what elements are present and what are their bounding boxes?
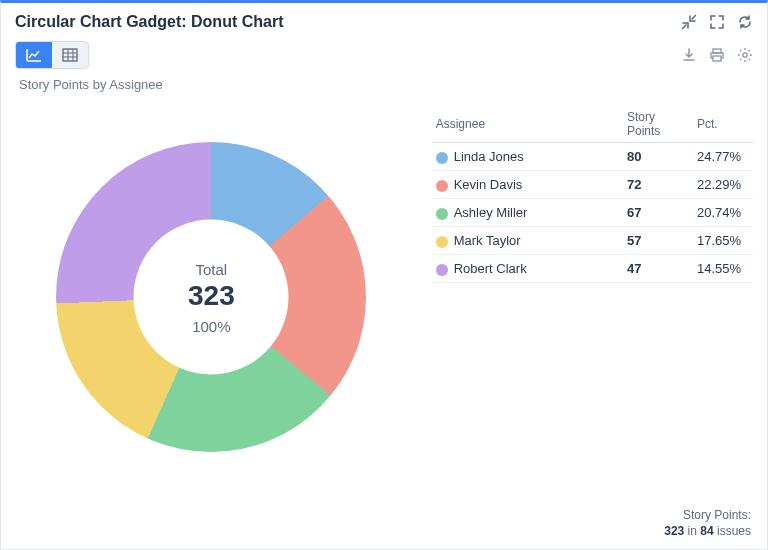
center-label: Total	[196, 260, 228, 277]
center-value: 323	[188, 279, 235, 311]
legend-assignee: Ashley Miller	[432, 199, 623, 227]
footer: Story Points: 323 in 84 issues	[1, 501, 767, 549]
col-points: Story Points	[623, 106, 693, 143]
legend-assignee: Linda Jones	[432, 143, 623, 171]
toolbar-actions	[681, 47, 753, 63]
legend-table: Assignee Story Points Pct. Linda Jones80…	[432, 106, 753, 283]
svg-point-4	[743, 53, 747, 57]
legend-pct: 17.65%	[693, 227, 753, 255]
legend-area: Assignee Story Points Pct. Linda Jones80…	[432, 100, 753, 495]
col-pct: Pct.	[693, 106, 753, 143]
gadget-header: Circular Chart Gadget: Donut Chart	[1, 3, 767, 37]
view-toggle	[15, 41, 89, 69]
footer-metric-label: Story Points:	[17, 507, 751, 523]
table-view-button[interactable]	[52, 42, 88, 68]
legend-value: 67	[623, 199, 693, 227]
donut-center: Total 323 100%	[134, 220, 289, 375]
swatch-icon	[436, 208, 448, 220]
chart-subtitle: Story Points by Assignee	[1, 73, 767, 94]
legend-header-row: Assignee Story Points Pct.	[432, 106, 753, 143]
collapse-icon[interactable]	[681, 14, 697, 30]
swatch-icon	[436, 236, 448, 248]
refresh-icon[interactable]	[737, 14, 753, 30]
fullscreen-icon[interactable]	[709, 14, 725, 30]
legend-pct: 24.77%	[693, 143, 753, 171]
swatch-icon	[436, 264, 448, 276]
legend-assignee: Robert Clark	[432, 255, 623, 283]
footer-in: in	[688, 524, 697, 538]
gear-icon[interactable]	[737, 47, 753, 63]
legend-row[interactable]: Ashley Miller6720.74%	[432, 199, 753, 227]
legend-pct: 22.29%	[693, 171, 753, 199]
svg-rect-3	[713, 56, 721, 61]
gadget-title: Circular Chart Gadget: Donut Chart	[15, 13, 283, 31]
col-assignee: Assignee	[432, 106, 623, 143]
content: Total 323 100% Assignee Story Points Pct…	[1, 94, 767, 501]
swatch-icon	[436, 152, 448, 164]
donut-chart: Total 323 100%	[56, 142, 366, 452]
legend-value: 47	[623, 255, 693, 283]
legend-value: 80	[623, 143, 693, 171]
legend-value: 72	[623, 171, 693, 199]
toolbar	[1, 37, 767, 73]
legend-pct: 20.74%	[693, 199, 753, 227]
chart-area: Total 323 100%	[15, 100, 408, 495]
legend-row[interactable]: Robert Clark4714.55%	[432, 255, 753, 283]
legend-assignee: Kevin Davis	[432, 171, 623, 199]
gadget-panel: Circular Chart Gadget: Donut Chart	[0, 0, 768, 550]
swatch-icon	[436, 180, 448, 192]
legend-assignee: Mark Taylor	[432, 227, 623, 255]
footer-summary: 323 in 84 issues	[17, 523, 751, 539]
footer-issues: 84	[700, 524, 713, 538]
legend-row[interactable]: Kevin Davis7222.29%	[432, 171, 753, 199]
legend-pct: 14.55%	[693, 255, 753, 283]
footer-issues-label: issues	[717, 524, 751, 538]
center-pct: 100%	[192, 317, 230, 334]
svg-rect-0	[63, 49, 77, 61]
legend-row[interactable]: Mark Taylor5717.65%	[432, 227, 753, 255]
download-icon[interactable]	[681, 47, 697, 63]
footer-total: 323	[664, 524, 684, 538]
print-icon[interactable]	[709, 47, 725, 63]
legend-row[interactable]: Linda Jones8024.77%	[432, 143, 753, 171]
chart-view-button[interactable]	[16, 42, 52, 68]
legend-value: 57	[623, 227, 693, 255]
header-actions	[681, 14, 753, 30]
